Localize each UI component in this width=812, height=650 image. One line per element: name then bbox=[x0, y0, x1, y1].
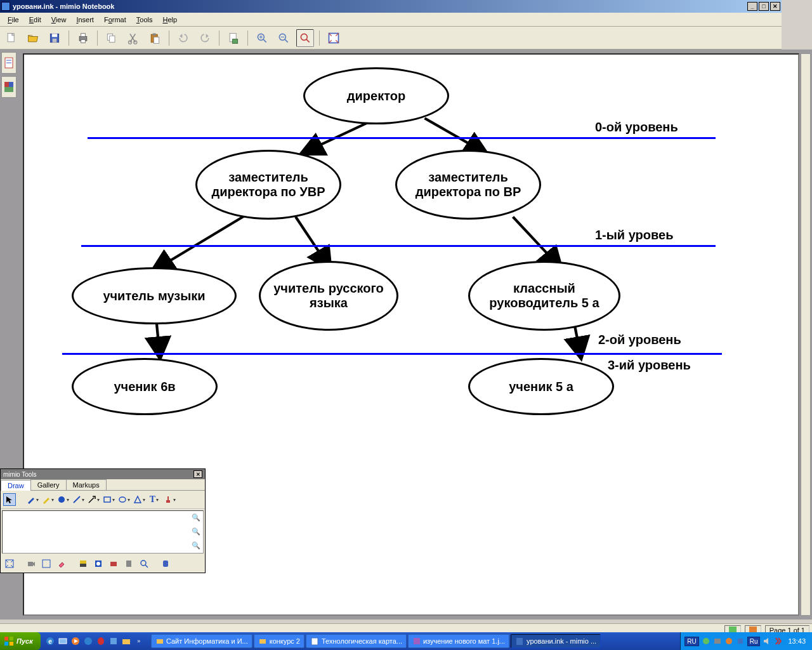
close-button[interactable]: ✕ bbox=[770, 2, 780, 11]
tools-tab-draw[interactable]: Draw bbox=[1, 480, 31, 491]
menu-edit[interactable]: Edit bbox=[24, 15, 46, 25]
ql-ie-icon[interactable]: e bbox=[44, 635, 56, 647]
start-button[interactable]: Пуск bbox=[0, 632, 41, 650]
node-music-teacher[interactable]: учитель музыки bbox=[72, 267, 237, 324]
tool-shape-filled[interactable]: ▾ bbox=[56, 493, 69, 506]
menu-insert[interactable]: Insert bbox=[71, 15, 99, 25]
tool-record[interactable] bbox=[25, 557, 37, 570]
zoom-out-button[interactable] bbox=[275, 29, 292, 47]
mimio-tools-window[interactable]: mimio Tools ✕ Draw Gallery Markups ▾ ▾ ▾… bbox=[0, 468, 206, 573]
task-konkurs[interactable]: конкурс 2 bbox=[254, 634, 304, 648]
insert-page-button[interactable] bbox=[225, 29, 242, 47]
tool-highlighter[interactable]: ▾ bbox=[41, 493, 54, 506]
node-russian-teacher[interactable]: учитель русского языка bbox=[259, 261, 398, 331]
svg-rect-22 bbox=[9, 82, 13, 87]
side-tab-page[interactable] bbox=[1, 52, 16, 74]
tools-titlebar[interactable]: mimio Tools ✕ bbox=[1, 469, 205, 479]
ql-desktop-icon[interactable] bbox=[57, 635, 69, 647]
task-study[interactable]: изучение нового мат 1.j... bbox=[408, 634, 509, 648]
ql-browser-icon[interactable] bbox=[82, 635, 94, 647]
menu-view[interactable]: View bbox=[46, 15, 72, 25]
node-student-5a[interactable]: ученик 5 а bbox=[468, 358, 614, 415]
svg-rect-58 bbox=[59, 639, 67, 644]
tool-select[interactable] bbox=[3, 493, 16, 506]
node-class-head-5a[interactable]: классный руководитель 5 а bbox=[468, 261, 620, 331]
tools-tab-gallery[interactable]: Gallery bbox=[30, 479, 67, 490]
zoom-fit-button[interactable] bbox=[296, 29, 314, 47]
tools-title-text: mimio Tools bbox=[3, 471, 193, 478]
tools-zoom-out[interactable]: 🔍 bbox=[192, 527, 200, 536]
tool-reveal[interactable] bbox=[77, 557, 89, 570]
tray-volume-icon[interactable] bbox=[763, 637, 771, 646]
ql-media-icon[interactable] bbox=[70, 635, 81, 647]
redo-button[interactable] bbox=[196, 29, 214, 47]
tool-magnify[interactable] bbox=[138, 557, 150, 570]
menu-tools[interactable]: Tools bbox=[131, 15, 158, 25]
ql-expand-icon[interactable]: » bbox=[133, 635, 145, 647]
svg-rect-54 bbox=[4, 642, 8, 646]
tray-icon-2[interactable] bbox=[713, 637, 722, 646]
ql-opera-icon[interactable] bbox=[95, 635, 107, 647]
new-button[interactable] bbox=[3, 29, 20, 47]
language-indicator-1[interactable]: RU bbox=[684, 637, 698, 646]
ql-app-icon[interactable] bbox=[108, 635, 119, 647]
tool-fullscreen[interactable] bbox=[3, 557, 16, 570]
node-deputy-vr[interactable]: заместитель директора по ВР bbox=[395, 150, 541, 220]
tools-close-button[interactable]: ✕ bbox=[193, 470, 202, 478]
print-button[interactable] bbox=[74, 29, 92, 47]
minimize-button[interactable]: _ bbox=[747, 2, 757, 11]
tool-spotlight[interactable] bbox=[92, 557, 105, 570]
open-button[interactable] bbox=[24, 29, 42, 47]
node-director[interactable]: директор bbox=[303, 67, 449, 124]
tray-icon-4[interactable] bbox=[736, 637, 745, 646]
tool-stamp[interactable]: ▾ bbox=[163, 493, 176, 506]
tool-pen[interactable]: ▾ bbox=[26, 493, 39, 506]
tools-zoom-reset[interactable]: 🔍 bbox=[192, 541, 200, 550]
copy-button[interactable] bbox=[103, 29, 121, 47]
tool-text[interactable]: T▾ bbox=[148, 493, 160, 506]
tool-ellipse[interactable]: ▾ bbox=[117, 493, 130, 506]
ql-folder-icon[interactable] bbox=[121, 635, 132, 647]
tray-antivirus-icon[interactable] bbox=[774, 637, 782, 646]
svg-rect-12 bbox=[153, 33, 156, 35]
tool-rect[interactable]: ▾ bbox=[102, 493, 115, 506]
tool-snapshot[interactable] bbox=[40, 557, 53, 570]
svg-rect-66 bbox=[311, 638, 318, 645]
menu-file[interactable]: File bbox=[3, 15, 24, 25]
zoom-in-button[interactable] bbox=[253, 29, 271, 47]
svg-rect-37 bbox=[167, 496, 169, 500]
tools-tab-markups[interactable]: Markups bbox=[66, 479, 107, 490]
level-line-0 bbox=[88, 137, 716, 139]
tool-device[interactable] bbox=[159, 557, 172, 570]
tool-calc[interactable] bbox=[122, 557, 135, 570]
tool-eraser[interactable] bbox=[55, 557, 68, 570]
svg-rect-63 bbox=[122, 639, 130, 644]
node-deputy-uvr[interactable]: заместитель директора по УВР bbox=[195, 150, 341, 220]
menubar: File Edit View Insert Format Tools Help bbox=[0, 13, 782, 27]
svg-point-31 bbox=[58, 496, 65, 503]
save-button[interactable] bbox=[46, 29, 63, 47]
paste-button[interactable] bbox=[146, 29, 164, 47]
tool-triangle[interactable]: ▾ bbox=[133, 493, 145, 506]
side-tab-gallery[interactable] bbox=[1, 76, 16, 98]
tool-webcam[interactable] bbox=[107, 557, 120, 570]
tools-zoom-in[interactable]: 🔍 bbox=[192, 514, 200, 522]
menu-help[interactable]: Help bbox=[157, 15, 182, 25]
tool-arrow[interactable]: ▾ bbox=[87, 493, 100, 506]
undo-button[interactable] bbox=[174, 29, 192, 47]
node-student-6v[interactable]: ученик 6в bbox=[72, 358, 218, 415]
maximize-button[interactable]: □ bbox=[759, 2, 769, 11]
task-urovani[interactable]: уровани.ink - mimio ... bbox=[511, 634, 601, 648]
cut-button[interactable] bbox=[124, 29, 142, 47]
svg-line-27 bbox=[296, 217, 330, 268]
fullscreen-button[interactable] bbox=[325, 29, 343, 47]
menu-format[interactable]: Format bbox=[99, 15, 131, 25]
task-tech[interactable]: Технологическая карта... bbox=[306, 634, 407, 648]
tray-icon-1[interactable] bbox=[702, 637, 710, 646]
tool-line[interactable]: ▾ bbox=[72, 493, 84, 506]
svg-rect-8 bbox=[110, 36, 115, 42]
task-site[interactable]: Сайт Информатика и И... bbox=[151, 634, 252, 648]
svg-line-29 bbox=[157, 322, 160, 357]
language-indicator-2[interactable]: Ru bbox=[747, 637, 761, 646]
tray-icon-3[interactable] bbox=[724, 637, 733, 646]
